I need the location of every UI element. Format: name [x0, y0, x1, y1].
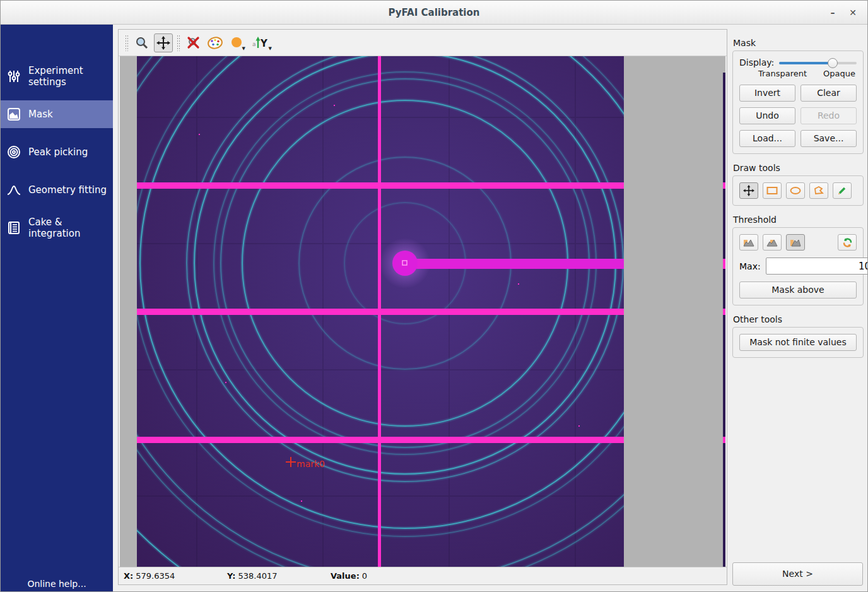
- zoom-reset-icon: [186, 35, 201, 50]
- svg-text:Y: Y: [260, 38, 268, 49]
- draw-tools-groupbox: [732, 175, 864, 206]
- minimize-button[interactable]: –: [823, 1, 842, 25]
- draw-pan-tool-button[interactable]: [739, 182, 758, 199]
- sidebar-item-geometry-fitting[interactable]: Geometry fitting: [1, 176, 113, 204]
- mask-above-button[interactable]: Mask above: [739, 281, 857, 299]
- colormap-button[interactable]: [206, 33, 225, 52]
- mask-color-button[interactable]: ▼: [227, 33, 246, 52]
- refresh-threshold-button[interactable]: [838, 234, 857, 251]
- histogram-below-icon: [743, 238, 754, 247]
- y-axis-orientation-button[interactable]: a Y ▼: [249, 33, 273, 52]
- pencil-icon: [837, 186, 847, 196]
- mask-opacity-slider[interactable]: [779, 57, 857, 68]
- sidebar: Experiment settings Mask Peak picking Ge…: [1, 25, 113, 592]
- integration-icon: [7, 221, 21, 235]
- invert-button[interactable]: Invert: [739, 85, 795, 102]
- threshold-title: Threshold: [733, 215, 868, 225]
- max-label: Max:: [739, 261, 761, 271]
- cursor-value-readout: Value:0: [331, 571, 367, 581]
- save-button[interactable]: Save...: [801, 130, 857, 147]
- mask-below-threshold-button[interactable]: [739, 234, 758, 251]
- slider-handle[interactable]: [828, 58, 838, 68]
- mask-icon: [7, 107, 21, 121]
- slider-fill: [779, 62, 833, 64]
- mask-section-title: Mask: [733, 38, 868, 48]
- mask-vertical-line: [378, 56, 381, 567]
- toolbar-separator: [177, 35, 180, 51]
- undo-button[interactable]: Undo: [739, 107, 795, 124]
- sidebar-item-label: Experiment settings: [28, 65, 113, 88]
- refresh-icon: [842, 237, 853, 248]
- app-window: PyFAI Calibration – ✕ Experiment setting…: [0, 0, 868, 592]
- pan-arrows-icon: [156, 36, 170, 50]
- cursor-x-readout: X:579.6354: [124, 571, 227, 581]
- opaque-label: Opaque: [823, 69, 855, 78]
- transparent-label: Transparent: [758, 69, 807, 78]
- draw-ellipse-tool-button[interactable]: [786, 182, 805, 199]
- other-tools-title: Other tools: [733, 314, 868, 324]
- dropdown-caret-icon: ▼: [269, 46, 272, 51]
- clear-button[interactable]: Clear: [801, 85, 857, 102]
- draw-rectangle-tool-button[interactable]: [763, 182, 782, 199]
- sidebar-item-label: Peak picking: [28, 146, 88, 158]
- next-button[interactable]: Next >: [732, 562, 863, 586]
- ellipse-icon: [790, 186, 801, 195]
- peak-curve-icon: [7, 183, 21, 197]
- palette-icon: [207, 36, 223, 50]
- title-bar: PyFAI Calibration – ✕: [1, 1, 867, 25]
- y-axis-icon: a Y: [251, 36, 270, 50]
- mask-not-finite-button[interactable]: Mask not finite values: [739, 334, 857, 351]
- dropdown-caret-icon: ▼: [242, 46, 245, 51]
- zoom-mode-button[interactable]: [132, 33, 151, 52]
- mask-tools-panel: Mask Display: Transparent Opaque Invert …: [727, 29, 868, 592]
- mask-groupbox: Display: Transparent Opaque Invert Clear…: [732, 50, 864, 154]
- sidebar-item-peak-picking[interactable]: Peak picking: [1, 138, 113, 166]
- mask-between-threshold-button[interactable]: [763, 234, 782, 251]
- draw-polygon-tool-button[interactable]: [809, 182, 828, 199]
- polygon-icon: [814, 186, 824, 196]
- pan-arrows-icon: [743, 185, 754, 196]
- histogram-above-icon: [790, 238, 801, 247]
- sliders-icon: [7, 69, 21, 83]
- image-sliver: [723, 73, 725, 567]
- sidebar-item-experiment-settings[interactable]: Experiment settings: [1, 62, 113, 90]
- zoom-reset-button[interactable]: [184, 33, 203, 52]
- beamstop-arm-mask: [409, 259, 624, 269]
- sidebar-item-cake-integration[interactable]: Cake & integration: [1, 214, 113, 242]
- pan-mode-button[interactable]: [154, 33, 173, 52]
- threshold-groupbox: Max: Mask above: [732, 227, 864, 305]
- beamstop-mask: [392, 251, 418, 276]
- svg-text:a: a: [252, 41, 256, 47]
- diffraction-image: mark0: [120, 56, 725, 567]
- other-tools-groupbox: Mask not finite values: [732, 327, 864, 358]
- sidebar-item-label: Geometry fitting: [28, 184, 107, 196]
- sidebar-item-label: Mask: [28, 109, 53, 120]
- magnifier-icon: [135, 36, 149, 50]
- online-help-link[interactable]: Online help...: [1, 579, 113, 589]
- sidebar-item-label: Cake & integration: [28, 216, 113, 239]
- histogram-between-icon: [766, 238, 778, 247]
- rectangle-icon: [766, 186, 778, 195]
- plot-toolbar: ▼ a Y ▼: [119, 30, 727, 56]
- max-threshold-input[interactable]: [766, 258, 868, 275]
- load-button[interactable]: Load...: [739, 130, 795, 147]
- plot-statusbar: X:579.6354 Y:538.4017 Value:0: [119, 567, 727, 584]
- toolbar-drag-handle[interactable]: [125, 35, 129, 51]
- redo-button: Redo: [801, 107, 857, 124]
- mask-above-threshold-button[interactable]: [786, 234, 805, 251]
- draw-pencil-tool-button[interactable]: [833, 182, 852, 199]
- draw-tools-title: Draw tools: [733, 163, 868, 173]
- cursor-y-readout: Y:538.4017: [227, 571, 331, 581]
- window-title: PyFAI Calibration: [1, 1, 867, 25]
- plot-panel: ▼ a Y ▼: [118, 29, 727, 585]
- close-button[interactable]: ✕: [843, 1, 862, 25]
- sidebar-item-mask[interactable]: Mask: [1, 100, 113, 128]
- display-label: Display:: [739, 57, 774, 68]
- diffraction-plot-canvas[interactable]: mark0: [120, 56, 725, 567]
- peak-marker-label: mark0: [296, 459, 325, 469]
- concentric-rings-icon: [7, 145, 21, 159]
